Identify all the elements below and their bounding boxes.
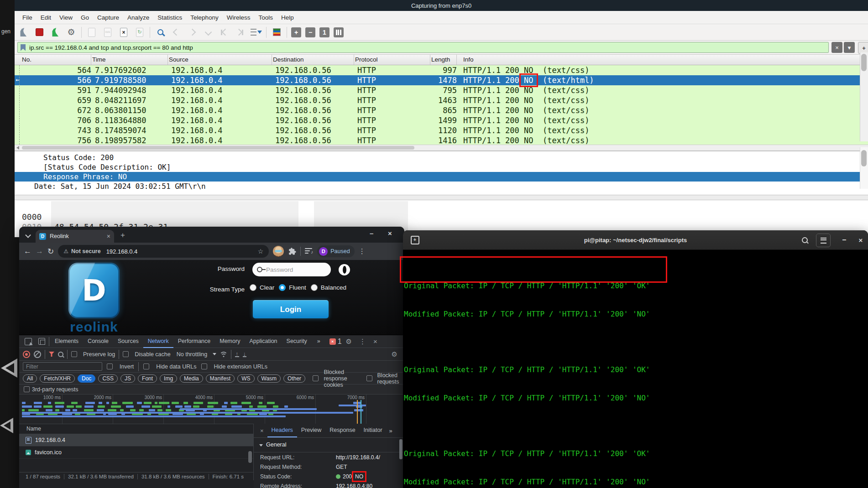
request-type-chip[interactable]: Media xyxy=(180,374,203,383)
hscroll-thumb[interactable] xyxy=(22,146,414,150)
more-tabs-chevron[interactable]: » xyxy=(313,335,325,348)
close-window-button[interactable]: × xyxy=(388,229,392,237)
packet-row[interactable]: 743 8.174859074 192.168.0.4 192.168.0.56… xyxy=(15,125,868,135)
bookmark-star-icon[interactable]: ☆ xyxy=(258,248,264,255)
minimize-window-button[interactable]: – xyxy=(370,229,373,237)
browser-menu-kebab-icon[interactable]: ⋮ xyxy=(359,247,366,255)
debugger-paused-badge[interactable]: D Paused xyxy=(317,245,354,257)
third-party-label[interactable]: 3rd-party requests xyxy=(32,386,78,393)
terminal-close-button[interactable]: × xyxy=(854,234,868,246)
security-label[interactable]: Not secure xyxy=(71,248,101,254)
wireshark-menu-item[interactable]: Edit xyxy=(37,14,55,21)
wireshark-menu-item[interactable]: Statistics xyxy=(153,14,186,21)
packet-list-hscrollbar[interactable] xyxy=(15,145,868,151)
column-header-source[interactable]: Source xyxy=(168,55,272,65)
url-text[interactable]: 192.168.0.4 xyxy=(106,248,255,255)
stream-type-option-label[interactable]: Clear xyxy=(260,284,274,291)
table-scrollbar-thumb[interactable] xyxy=(248,451,252,463)
request-type-chip[interactable]: Other xyxy=(283,374,305,383)
blocked-cookies-label[interactable]: Blocked response cookies xyxy=(324,369,359,388)
wireshark-menu-item[interactable]: Tools xyxy=(254,14,277,21)
invert-label[interactable]: Invert xyxy=(120,363,134,370)
record-button[interactable] xyxy=(23,351,30,358)
disable-cache-checkbox[interactable] xyxy=(123,351,129,357)
detail-row[interactable]: Date: Sat, 15 Jun 2024 03:02:51 GMT\r\n xyxy=(15,182,868,191)
packet-row[interactable]: 564 7.917692602 192.168.0.4 192.168.0.56… xyxy=(15,65,868,75)
close-file-button[interactable]: × xyxy=(118,26,130,38)
stream-type-radio[interactable] xyxy=(279,284,286,291)
password-field[interactable]: Password xyxy=(252,263,331,276)
disable-cache-label[interactable]: Disable cache xyxy=(135,351,171,358)
headers-panel-tab[interactable]: Preview xyxy=(297,424,325,437)
stop-capture-button[interactable] xyxy=(33,26,45,38)
packet-row[interactable]: 672 8.063801150 192.168.0.4 192.168.0.56… xyxy=(15,105,868,115)
close-tab-icon[interactable]: × xyxy=(107,233,110,240)
blocked-requests-label[interactable]: Blocked requests xyxy=(377,372,401,385)
go-last-button[interactable] xyxy=(234,26,246,38)
wireshark-menu-item[interactable]: View xyxy=(55,14,77,21)
extensions-puzzle-icon[interactable] xyxy=(288,247,296,255)
reload-button[interactable]: ↻ xyxy=(47,247,54,256)
error-badge[interactable]: × 1 xyxy=(329,337,342,346)
reload-file-button[interactable]: ↻ xyxy=(134,26,146,38)
inspect-element-icon[interactable] xyxy=(25,338,32,345)
go-to-packet-button[interactable] xyxy=(202,26,214,38)
request-type-chip[interactable]: Wasm xyxy=(257,374,281,383)
devtools-tab[interactable]: Performance xyxy=(173,335,215,348)
hide-data-urls-label[interactable]: Hide data URLs xyxy=(156,363,196,370)
general-section-header[interactable]: General xyxy=(254,438,404,452)
browser-tab[interactable]: D Reolink × xyxy=(36,230,114,243)
column-header-length[interactable]: Length xyxy=(430,55,457,65)
hex-row[interactable]: 0000 48 54 54 50 2f 31 2e 31 20 32 30 30… xyxy=(15,202,54,212)
request-url-value[interactable]: http://192.168.0.4/ xyxy=(336,454,380,461)
tab-search-button[interactable] xyxy=(24,231,32,239)
zoom-out-button[interactable]: − xyxy=(305,27,315,37)
show-password-eye-icon[interactable] xyxy=(339,264,350,275)
packet-row[interactable]: 756 8.198957582 192.168.0.4 192.168.0.56… xyxy=(15,135,868,145)
preserve-log-checkbox[interactable] xyxy=(71,351,77,357)
headers-panel-tab[interactable]: Initiator xyxy=(360,424,387,437)
wireshark-menu-item[interactable]: Wireless xyxy=(223,14,255,21)
vscroll-thumb[interactable] xyxy=(861,150,867,166)
packet-row[interactable]: 706 8.118364880 192.168.0.4 192.168.0.56… xyxy=(15,115,868,125)
zoom-reset-button[interactable]: 1 xyxy=(319,27,329,37)
request-type-chip[interactable]: Fetch/XHR xyxy=(40,374,75,383)
request-type-chip[interactable]: JS xyxy=(120,374,135,383)
start-capture-button[interactable] xyxy=(17,26,29,38)
open-file-button[interactable] xyxy=(86,26,98,38)
packet-row[interactable]: 591 7.944092948 192.168.0.4 192.168.0.56… xyxy=(15,85,868,95)
capture-options-button[interactable]: ⚙ xyxy=(65,26,77,38)
profile-avatar[interactable] xyxy=(273,246,284,257)
bookmark-icon[interactable] xyxy=(21,44,26,51)
throttling-dropdown[interactable]: No throttling xyxy=(177,351,207,358)
network-filter-input[interactable] xyxy=(23,362,102,371)
hide-extension-urls-checkbox[interactable] xyxy=(201,363,207,369)
stream-type-option-label[interactable]: Balanced xyxy=(321,284,346,291)
display-filter-input[interactable]: ip.src == 192.168.0.4 and tcp and tcp.sr… xyxy=(17,42,829,53)
go-back-button[interactable] xyxy=(170,26,182,38)
forward-button[interactable]: → xyxy=(36,247,43,256)
stream-type-radio[interactable] xyxy=(311,284,318,291)
restart-capture-button[interactable] xyxy=(49,26,61,38)
media-controls-icon[interactable]: ♪ xyxy=(305,248,313,254)
find-packet-button[interactable] xyxy=(154,26,166,38)
request-type-chip[interactable]: Img xyxy=(160,374,177,383)
more-panels-chevron[interactable]: » xyxy=(387,427,394,434)
network-conditions-icon[interactable] xyxy=(220,352,227,357)
wireshark-titlebar[interactable]: Capturing from enp7s0 xyxy=(15,0,868,11)
detail-row[interactable]: Response Phrase: NO xyxy=(15,172,860,182)
terminal-minimize-button[interactable]: – xyxy=(837,234,851,246)
devtools-tab[interactable]: Application xyxy=(245,335,282,348)
go-forward-button[interactable] xyxy=(186,26,198,38)
save-file-button[interactable]: 0101 xyxy=(102,26,114,38)
wireshark-menu-item[interactable]: Analyze xyxy=(123,14,153,21)
login-button[interactable]: Login xyxy=(253,300,329,318)
devtools-close-icon[interactable]: × xyxy=(370,337,381,345)
filter-expression-dropdown[interactable]: ▾ xyxy=(844,42,855,53)
wireshark-menu-item[interactable]: Capture xyxy=(93,14,123,21)
terminal-search-button[interactable] xyxy=(798,234,811,246)
hide-data-urls-checkbox[interactable] xyxy=(143,363,149,369)
terminal-output[interactable]: Original Packet: IP / TCP / HTTP / 'HTTP… xyxy=(403,250,868,488)
request-type-chip[interactable]: All xyxy=(23,374,37,383)
devtools-tab[interactable]: Elements xyxy=(50,335,83,348)
